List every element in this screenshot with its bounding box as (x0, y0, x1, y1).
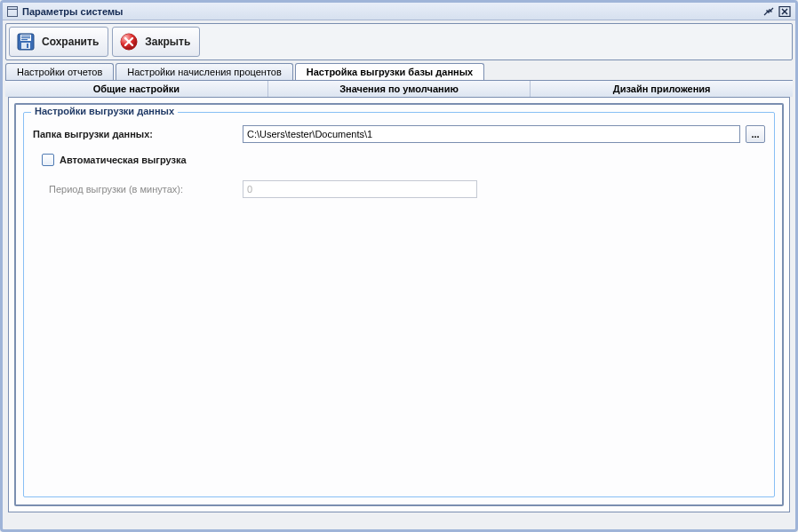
tab-general-settings[interactable]: Общие настройки (5, 81, 268, 97)
window-title: Параметры системы (22, 6, 760, 17)
group-legend: Настройки выгрузки данных (31, 106, 178, 116)
svg-rect-7 (21, 36, 30, 36)
svg-rect-1 (8, 6, 18, 9)
maximize-button[interactable] (762, 5, 776, 18)
svg-rect-5 (21, 43, 30, 49)
tab-db-export-settings[interactable]: Настройка выгрузки базы данных (295, 63, 484, 80)
titlebar: Параметры системы (3, 3, 795, 20)
export-folder-label: Папка выгрузки данных: (33, 129, 243, 139)
close-window-button[interactable] (778, 5, 792, 18)
window-icon (6, 5, 19, 18)
tabs-row-upper: Настройки отчетов Настройки начисления п… (5, 63, 793, 80)
tabs-container: Настройки отчетов Настройки начисления п… (5, 63, 793, 512)
svg-rect-8 (21, 37, 30, 38)
toolbar: Сохранить Закрыть (5, 23, 793, 60)
close-button-label: Закрыть (145, 36, 190, 48)
tab-app-design[interactable]: Дизайн приложения (531, 81, 793, 97)
close-icon (118, 31, 140, 52)
export-period-input[interactable] (243, 180, 477, 198)
export-settings-group: Настройки выгрузки данных Папка выгрузки… (23, 112, 775, 497)
save-button-label: Сохранить (42, 36, 99, 48)
auto-export-checkbox-label[interactable]: Автоматическая выгрузка (60, 155, 187, 165)
tab-content: Настройки выгрузки данных Папка выгрузки… (8, 97, 790, 512)
tabs-row-lower: Общие настройки Значения по умолчанию Ди… (5, 80, 793, 97)
save-button[interactable]: Сохранить (9, 27, 108, 57)
svg-rect-9 (21, 39, 28, 40)
auto-export-checkbox[interactable] (42, 154, 54, 166)
floppy-disk-icon (15, 31, 36, 52)
export-folder-input[interactable] (243, 125, 740, 143)
close-button[interactable]: Закрыть (112, 27, 200, 57)
tab-reports-settings[interactable]: Настройки отчетов (5, 63, 114, 80)
tab-interest-settings[interactable]: Настройки начисления процентов (116, 63, 293, 80)
tab-default-values[interactable]: Значения по умолчанию (268, 81, 531, 97)
export-period-label: Период выгрузки (в минутах): (33, 184, 243, 195)
browse-folder-button[interactable]: ... (746, 125, 765, 143)
svg-rect-6 (27, 44, 28, 48)
